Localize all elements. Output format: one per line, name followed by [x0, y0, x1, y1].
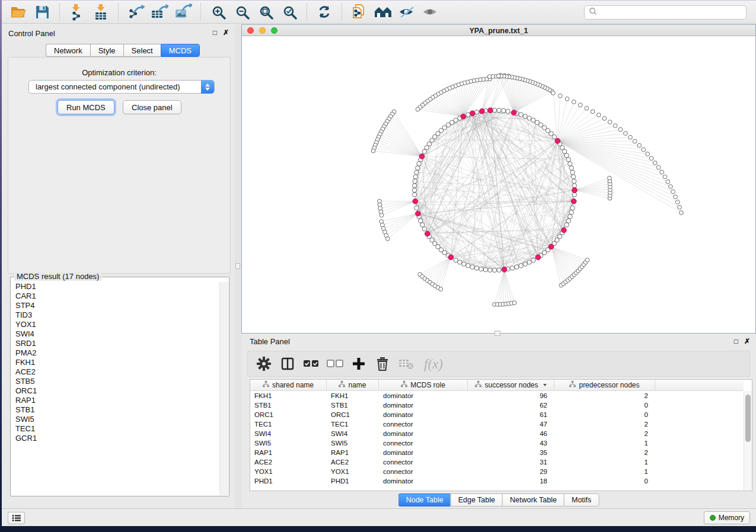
tab-network[interactable]: Network: [46, 44, 90, 57]
column-header-MCDS-role[interactable]: MCDS role: [379, 380, 468, 390]
tab-network-table[interactable]: Network Table: [502, 493, 564, 507]
search-field[interactable]: [584, 5, 747, 20]
horizontal-splitter-grip[interactable]: [495, 331, 500, 336]
table-row[interactable]: SWI4SWI4dominator462: [250, 429, 744, 438]
zoom-in-icon[interactable]: [208, 2, 228, 21]
search-input[interactable]: [597, 8, 746, 17]
mcds-result-item[interactable]: TID3: [11, 310, 219, 320]
delete-column-icon[interactable]: [374, 355, 391, 373]
column-header-predecessor-nodes[interactable]: predecessor nodes: [554, 380, 655, 390]
table-scrollbar[interactable]: [744, 391, 752, 491]
import-table-disabled-icon[interactable]: [397, 355, 415, 373]
mcds-result-item[interactable]: CAR1: [11, 291, 219, 301]
network-graph[interactable]: [242, 36, 755, 333]
table-row[interactable]: ACE2ACE2connector311: [250, 457, 744, 467]
mcds-result-item[interactable]: FKH1: [11, 358, 219, 367]
function-builder-icon[interactable]: f(x): [421, 355, 447, 373]
tab-select[interactable]: Select: [123, 44, 161, 57]
mcds-panel: Optimization criterion: largest connecte…: [8, 57, 231, 274]
table-row[interactable]: TEC1TEC1connector472: [250, 419, 744, 429]
mcds-result-item[interactable]: SRD1: [11, 339, 219, 348]
optimization-criterion-select[interactable]: largest connected component (undirected): [28, 80, 215, 94]
table-scrollbar-thumb[interactable]: [745, 395, 751, 442]
tab-style[interactable]: Style: [90, 44, 123, 57]
export-image-icon[interactable]: [173, 2, 193, 21]
close-panel-icon[interactable]: ✗: [223, 29, 229, 36]
export-table-icon[interactable]: [149, 2, 170, 21]
mcds-result-item[interactable]: STB5: [11, 377, 219, 386]
network-window-title: YPA_prune.txt_1: [242, 27, 755, 35]
float-panel-icon[interactable]: □: [213, 29, 217, 36]
cell-MCDS-role: dominator: [379, 410, 468, 419]
float-table-panel-icon[interactable]: □: [734, 338, 738, 345]
main-toolbar: [2, 0, 756, 24]
table-row[interactable]: STB1STB1dominator620: [250, 400, 744, 410]
export-network-icon[interactable]: [126, 2, 146, 21]
network-window-titlebar[interactable]: YPA_prune.txt_1: [242, 25, 755, 36]
cell-shared-name: PHD1: [250, 476, 327, 486]
tab-edge-table[interactable]: Edge Table: [451, 493, 502, 507]
save-session-icon[interactable]: [32, 2, 52, 21]
show-columns-icon[interactable]: [279, 355, 296, 373]
cell-shared-name: STB1: [250, 400, 327, 410]
mcds-result-item[interactable]: ORC1: [11, 386, 219, 396]
run-mcds-button[interactable]: Run MCDS: [58, 100, 114, 114]
mcds-result-item[interactable]: ACE2: [11, 367, 219, 377]
mcds-result-list[interactable]: PHD1CAR1STP4TID3YOX1SWI4SRD1PMA2FKH1ACE2…: [11, 282, 219, 495]
import-table-icon[interactable]: [91, 2, 111, 21]
zoom-out-icon[interactable]: [232, 2, 252, 21]
mcds-result-item[interactable]: YOX1: [11, 320, 219, 329]
vertical-splitter[interactable]: [235, 24, 241, 508]
table-header-row: shared namenameMCDS rolesuccessor nodesp…: [250, 380, 744, 391]
table-settings-gear-icon[interactable]: [255, 355, 273, 373]
cell-predecessor-nodes: 2: [554, 448, 655, 457]
duplicate-network-icon[interactable]: [349, 2, 369, 21]
table-row[interactable]: ORC1ORC1dominator610: [250, 410, 744, 419]
tab-mcds[interactable]: MCDS: [161, 44, 200, 57]
splitter-grip[interactable]: [235, 263, 240, 269]
mcds-result-item[interactable]: PHD1: [11, 282, 219, 291]
memory-button[interactable]: Memory: [704, 511, 750, 524]
cell-MCDS-role: dominator: [379, 391, 468, 400]
refresh-network-icon[interactable]: [314, 2, 334, 21]
hide-selected-icon[interactable]: [397, 2, 417, 21]
import-network-icon[interactable]: [67, 2, 87, 21]
task-history-button[interactable]: [8, 512, 25, 524]
table-row[interactable]: SWI5SWI5connector431: [250, 438, 744, 448]
mcds-result-item[interactable]: TEC1: [11, 424, 219, 434]
status-bar: Memory: [2, 508, 756, 526]
mcds-result-item[interactable]: SWI4: [11, 329, 219, 339]
table-row[interactable]: RAP1RAP1dominator352: [250, 448, 744, 457]
cell-predecessor-nodes: 2: [554, 391, 655, 400]
zoom-selected-icon[interactable]: [279, 2, 299, 21]
hierarchy-icon: [263, 381, 269, 389]
table-row[interactable]: YOX1YOX1connector291: [250, 467, 744, 476]
open-file-icon[interactable]: [8, 2, 28, 21]
column-header-shared-name[interactable]: shared name: [250, 380, 327, 390]
column-header-name[interactable]: name: [327, 380, 379, 390]
tab-node-table[interactable]: Node Table: [398, 493, 451, 507]
zoom-fit-icon[interactable]: [256, 2, 276, 21]
mcds-list-scrollbar[interactable]: [219, 282, 228, 495]
network-canvas[interactable]: [242, 36, 755, 333]
select-all-rows-icon[interactable]: [302, 355, 320, 373]
mcds-result-item[interactable]: RAP1: [11, 396, 219, 405]
column-header-successor-nodes[interactable]: successor nodes: [468, 380, 554, 390]
close-panel-button[interactable]: Close panel: [123, 100, 181, 114]
hierarchy-icon: [401, 381, 407, 389]
mcds-result-item[interactable]: SWI5: [11, 415, 219, 424]
deselect-all-rows-icon[interactable]: [326, 355, 344, 373]
show-all-icon[interactable]: [420, 2, 441, 21]
cell-predecessor-nodes: 0: [554, 410, 655, 419]
first-neighbors-icon[interactable]: [373, 2, 393, 21]
tab-motifs[interactable]: Motifs: [564, 493, 599, 507]
add-column-icon[interactable]: [350, 355, 368, 373]
mcds-result-item[interactable]: STP4: [11, 301, 219, 310]
table-row[interactable]: FKH1FKH1dominator962: [250, 391, 744, 400]
control-panel-tabs: NetworkStyleSelectMCDS: [46, 44, 200, 57]
mcds-result-item[interactable]: GCR1: [11, 434, 219, 443]
mcds-result-item[interactable]: PMA2: [11, 348, 219, 358]
table-row[interactable]: PHD1PHD1dominator180: [250, 476, 744, 486]
mcds-result-item[interactable]: STB1: [11, 405, 219, 415]
close-table-panel-icon[interactable]: ✗: [744, 338, 750, 345]
